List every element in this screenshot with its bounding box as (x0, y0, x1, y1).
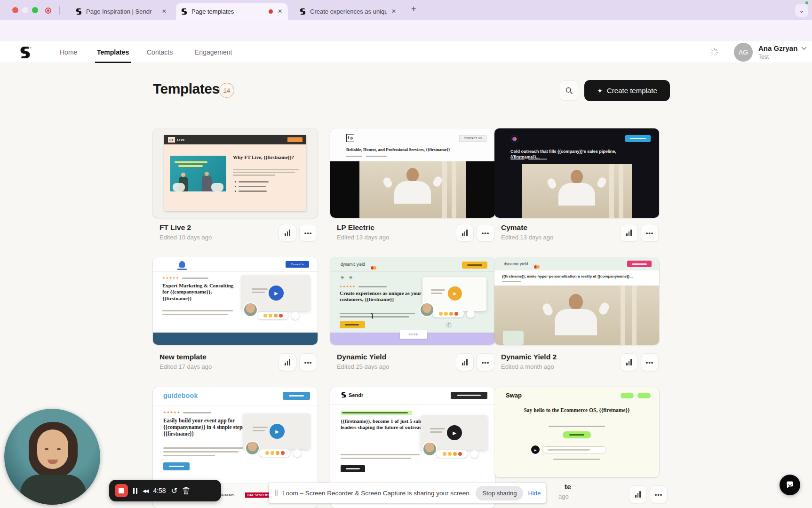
preview-cta-button (563, 431, 591, 438)
template-card-dynamic-yield-2[interactable]: dynamic yield {{firstname}}, make hyper-… (494, 257, 659, 345)
more-options-button[interactable]: ••• (650, 485, 668, 503)
bar-chart-icon (462, 230, 468, 236)
preview-cta-button: Contact Us (286, 261, 309, 268)
analytics-button[interactable] (456, 224, 474, 242)
more-options-button[interactable]: ••• (299, 353, 317, 371)
preview-footer-band: ACME (330, 333, 495, 345)
more-options-button[interactable]: ••• (299, 224, 317, 242)
template-card-lp-electric[interactable]: Lp CONTACT US Reliable, Honest, and Prof… (330, 128, 495, 218)
preview-heading: {{firstname}}, become 1 of just 5 sales … (341, 418, 429, 431)
webcam-shoulders (20, 475, 86, 505)
traffic-light-zoom[interactable] (32, 7, 38, 13)
card-footer: Dynamic Yield Edited 25 days ago ••• (330, 352, 495, 376)
template-meta: Edited 10 days ago (159, 234, 212, 241)
preview-heading: Create experiences as unique as your cus… (340, 290, 424, 303)
stars-rating: ★★★★★ (163, 411, 180, 414)
close-icon[interactable]: ✕ (390, 8, 397, 15)
dynamic-yield-logo: dynamic yield (504, 262, 528, 266)
template-card-swap[interactable]: Swap Say hello to the Ecommerce OS, {{fi… (494, 387, 659, 477)
search-button[interactable] (559, 80, 579, 101)
stop-sharing-button[interactable]: Stop sharing (476, 486, 523, 500)
highlighted-text (341, 411, 412, 415)
template-name: FT Live 2 (159, 223, 191, 232)
sparkles-icon: ✦ (597, 87, 603, 95)
ellipsis-icon: ••• (646, 359, 654, 366)
presenter-avatar (245, 441, 260, 455)
audio-play-button: ▶ (531, 445, 540, 454)
trash-icon[interactable] (183, 487, 190, 494)
loading-spinner (709, 48, 719, 57)
traffic-light-close[interactable] (12, 7, 18, 13)
ellipsis-icon: ••• (304, 230, 312, 237)
more-options-button[interactable]: ••• (641, 353, 659, 371)
card-footer: FT Live 2 Edited 10 days ago ••• (153, 222, 318, 247)
nav-item-contacts[interactable]: Contacts (147, 41, 173, 63)
sendr-favicon (75, 8, 82, 15)
rewind-icon[interactable]: ◀◀ (143, 488, 148, 493)
emoji-reactions (433, 310, 464, 318)
tab-page-templates[interactable]: Page templates ✕ (176, 3, 288, 20)
template-card-dynamic-yield[interactable]: dynamic yield ♣ ♣ ★★★★★ Create experienc… (330, 257, 495, 345)
template-name: Cymate (501, 223, 527, 232)
hide-link[interactable]: Hide (528, 490, 541, 497)
tab-search-button[interactable]: ⌄ (795, 4, 808, 17)
drag-handle-icon[interactable] (275, 490, 278, 496)
template-meta: Edited a month ago (501, 363, 554, 370)
audio-progress-field (542, 446, 606, 453)
tab-title: Page Inspiration | Sendr (86, 8, 157, 15)
preview-cta-button (451, 392, 487, 399)
analytics-button[interactable] (456, 353, 474, 371)
restart-icon[interactable]: ↺ (171, 486, 177, 495)
card-footer: Dynamic Yield 2 Edited a month ago ••• (494, 352, 659, 376)
template-card-cymate[interactable]: Cold outreach that fills {{company}}'s s… (494, 128, 659, 218)
tab-create-experiences[interactable]: Create experiences as unique ✕ (295, 3, 402, 20)
traffic-light-minimize[interactable] (22, 7, 28, 13)
preview-cta-button (627, 261, 652, 267)
play-icon: ▶ (453, 430, 456, 436)
tab-page-inspiration[interactable]: Page Inspiration | Sendr ✕ (71, 3, 172, 20)
more-options-button[interactable]: ••• (477, 353, 494, 371)
sendr-logo (341, 392, 347, 398)
nav-item-home[interactable]: Home (60, 41, 77, 63)
analytics-button[interactable] (620, 224, 638, 242)
partner-logo: BAE SYSTEMS (245, 492, 272, 498)
cymate-logo (510, 135, 518, 143)
template-meta-fragment: ago (558, 493, 569, 500)
analytics-button[interactable] (629, 485, 647, 503)
user-avatar[interactable]: AG (734, 43, 753, 62)
pause-icon[interactable] (133, 488, 137, 494)
user-menu[interactable]: Ana Gzryan (758, 44, 807, 52)
play-icon: ▶ (454, 291, 457, 296)
stop-recording-button[interactable] (115, 484, 128, 497)
webcam-bubble[interactable] (4, 409, 100, 505)
new-tab-button[interactable]: + (411, 4, 416, 14)
preview-heading: {{firstname}}, make hyper-personalizatio… (502, 274, 651, 278)
template-card-ft-live-2[interactable]: FT LIVE Why FT Live, {{firstname}}? (153, 128, 318, 218)
preview-nav-pill (637, 393, 651, 398)
template-preview: FT LIVE Why FT Live, {{firstname}}? (164, 135, 306, 211)
analytics-button[interactable] (279, 224, 296, 242)
tab-title: Page templates (191, 8, 265, 15)
more-options-button[interactable]: ••• (477, 224, 494, 242)
divider (59, 6, 60, 15)
avatar-initials: AG (739, 48, 748, 56)
nav-item-engagement[interactable]: Engagement (195, 41, 232, 63)
nav-item-templates[interactable]: Templates (97, 41, 129, 63)
template-meta: Edited 13 days ago (501, 234, 553, 241)
preview-header: FT LIVE (164, 135, 306, 144)
close-icon[interactable]: ✕ (277, 8, 283, 15)
sendr-logo[interactable]: ™ (19, 46, 32, 59)
play-icon: ▶ (274, 291, 278, 296)
create-template-button[interactable]: ✦ Create template (584, 80, 670, 101)
analytics-button[interactable] (279, 353, 296, 371)
nav-label: Engagement (195, 48, 232, 56)
analytics-button[interactable] (620, 353, 638, 371)
more-options-button[interactable]: ••• (641, 224, 659, 242)
preview-heading: Say hello to the Ecommerce OS, {{firstna… (523, 407, 631, 413)
page-title: Templates (153, 81, 220, 97)
stars-rating: ★★★★★ (340, 285, 356, 288)
chat-launcher[interactable] (780, 475, 800, 495)
sendr-wordmark: Sendr (349, 392, 363, 398)
template-card-new-template[interactable]: Contact Us ★★★★★ Expert Marketing & Cons… (153, 257, 318, 345)
close-icon[interactable]: ✕ (161, 8, 167, 15)
